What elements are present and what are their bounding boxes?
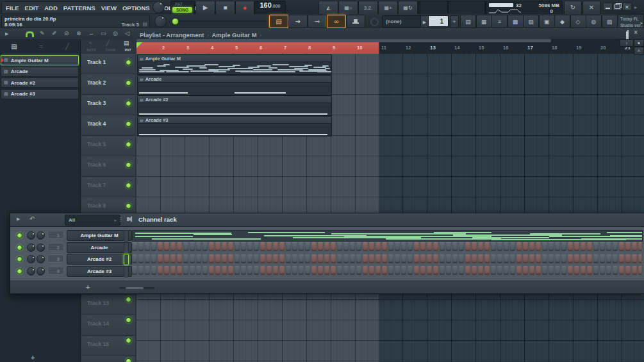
step-cell[interactable] [414,242,419,251]
step-cell[interactable] [337,254,342,263]
step-cell[interactable] [459,242,464,251]
step-cell[interactable] [343,242,349,251]
step-cell[interactable] [350,242,355,251]
step-cell[interactable] [446,242,451,251]
track-header-15[interactable]: ⋯Track 15 [81,336,135,356]
step-cell[interactable] [606,254,611,263]
step-cell[interactable] [222,266,227,275]
step-cell[interactable] [183,266,188,275]
countdown-button[interactable]: 3.2. [358,1,378,15]
step-cell[interactable] [587,266,592,275]
step-cell[interactable] [324,242,329,251]
step-cell[interactable] [625,254,631,263]
step-cell[interactable] [267,254,272,263]
step-cell[interactable] [504,254,509,263]
step-cell[interactable] [440,266,445,275]
step-cell[interactable] [273,254,278,263]
track-mute-led[interactable] [126,183,131,188]
step-cell[interactable] [484,266,490,275]
pattern-add-button[interactable]: + [450,15,459,28]
track-menu-dots[interactable]: ⋯ [87,53,92,58]
step-cell[interactable] [299,242,304,251]
step-cell[interactable] [478,242,483,251]
step-cell[interactable] [151,242,156,251]
step-cell[interactable] [433,254,438,263]
expand-button[interactable]: › [620,39,634,47]
step-cell[interactable] [408,266,413,275]
timeline-loop-region[interactable] [136,42,379,54]
step-cell[interactable] [132,254,137,263]
bar-number-19[interactable]: 19 [576,45,581,51]
menu-item-file[interactable]: FILE [6,4,19,12]
step-cell[interactable] [420,266,425,275]
minimize-button[interactable] [603,3,613,11]
step-cell[interactable] [420,242,425,251]
step-cell[interactable] [568,254,573,263]
channel-led-arcade-3[interactable] [17,268,22,274]
bar-number-9[interactable]: 9 [333,45,335,51]
channel-pan-knob[interactable] [27,243,35,252]
channel-volume-knob[interactable] [37,231,45,240]
step-cell[interactable] [561,254,566,263]
step-cell[interactable] [228,266,233,275]
step-cell[interactable] [382,242,387,251]
step-cell[interactable] [497,254,502,263]
bar-number-10[interactable]: 10 [357,45,362,51]
step-cell[interactable] [478,254,483,263]
step-cell[interactable] [388,254,393,263]
patterns-tab[interactable]: ▤ [11,41,17,53]
picker-label-pat[interactable]: PAT [125,48,131,52]
step-cell[interactable] [613,254,618,263]
step-cell[interactable] [292,266,297,275]
step-cell[interactable] [542,254,547,263]
blend-notes-button[interactable]: ▦+ [378,1,398,15]
step-cell[interactable] [504,242,509,251]
step-cell[interactable] [331,254,336,263]
step-cell[interactable] [555,242,560,251]
loop-record-button[interactable]: ▦↻ [398,1,418,15]
step-cell[interactable] [420,254,425,263]
step-cell[interactable] [510,254,515,263]
bar-number-11[interactable]: 11 [381,45,386,51]
audio-tab[interactable]: ≈ [39,41,43,53]
record-button[interactable]: ● [235,1,254,15]
step-cell[interactable] [446,266,451,275]
step-cell[interactable] [401,242,406,251]
step-cell[interactable] [542,266,547,275]
pattern-list-add-button[interactable]: + [31,354,35,361]
stop-button[interactable]: ■ [215,1,235,15]
step-cell[interactable] [164,254,169,263]
step-cell[interactable] [273,266,278,275]
bar-number-12[interactable]: 12 [406,45,411,51]
channel-number[interactable]: 4 [47,267,64,275]
track-mute-led[interactable] [126,80,131,86]
oscilloscope-panel[interactable] [420,1,448,15]
picker-label-note[interactable]: NOTE [87,48,96,52]
track-mute-led[interactable] [126,317,131,323]
master-pitch-knob[interactable] [154,15,167,28]
bar-number-15[interactable]: 15 [479,45,484,51]
automation-tab[interactable]: ╱ [65,41,69,53]
mixer-panel-button[interactable]: ▩ [508,15,524,28]
playlist-grid[interactable] [379,54,644,362]
step-cell[interactable] [151,266,156,275]
track-header-4[interactable]: ⋯Track 4 [81,115,135,136]
step-cell[interactable] [177,254,182,263]
rack-menu-arrow[interactable]: ▶ [17,217,20,222]
menu-item-options[interactable]: OPTIONS [122,4,150,12]
link-button[interactable]: ∞ [327,15,346,28]
track-menu-dots[interactable]: ⋯ [87,335,92,340]
touch-keyboard-button[interactable]: ◍ [586,15,602,28]
step-cell[interactable] [574,242,579,251]
step-cell[interactable] [299,266,304,275]
scroll-up-button[interactable]: ˄ [634,47,644,55]
typing-keyboard-button[interactable] [346,15,365,28]
channel-led-arcade-2[interactable] [17,256,22,262]
step-cell[interactable] [305,242,310,251]
step-cell[interactable] [286,254,291,263]
news-ticker[interactable]: Today FL Studio ver. ▸ [617,14,644,28]
step-cell[interactable] [491,254,496,263]
step-cell[interactable] [311,242,317,251]
step-cell[interactable] [241,254,246,263]
step-edit-button[interactable]: ▤ [269,15,288,28]
